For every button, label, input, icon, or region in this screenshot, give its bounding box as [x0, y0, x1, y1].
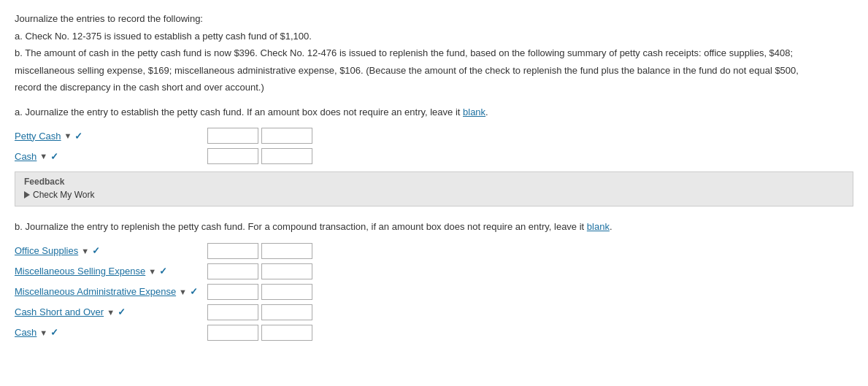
- credit-input-cash-b[interactable]: [261, 325, 312, 341]
- item-a-text: a. Check No. 12-375 is issued to establi…: [15, 29, 853, 44]
- account-wrapper-misc-admin: Miscellaneous Administrative Expense ▼ ✓: [15, 286, 204, 297]
- account-cash-b[interactable]: Cash: [15, 327, 37, 338]
- dropdown-arrow-cash-short[interactable]: ▼: [107, 308, 115, 317]
- journal-row-misc-admin: Miscellaneous Administrative Expense ▼ ✓: [15, 284, 853, 300]
- section-b-label: b. Journalize the entry to replenish the…: [15, 220, 853, 234]
- item-b-text-1: b. The amount of cash in the petty cash …: [15, 46, 853, 61]
- check-icon-misc-selling: ✓: [159, 266, 167, 277]
- debit-input-office-supplies[interactable]: [207, 243, 258, 259]
- debit-input-misc-selling[interactable]: [207, 263, 258, 279]
- debit-input-misc-admin[interactable]: [207, 284, 258, 300]
- credit-input-misc-admin[interactable]: [261, 284, 312, 300]
- intro-text: Journalize the entries to record the fol…: [15, 12, 853, 26]
- dropdown-arrow-misc-admin[interactable]: ▼: [179, 287, 187, 296]
- credit-input-cash-a[interactable]: [261, 148, 312, 164]
- check-icon-cash-b: ✓: [50, 327, 58, 338]
- credit-input-misc-selling[interactable]: [261, 263, 312, 279]
- check-my-work-label-a[interactable]: Check My Work: [33, 190, 94, 200]
- account-petty-cash[interactable]: Petty Cash: [15, 131, 61, 142]
- check-my-work-triangle-a: [24, 191, 30, 198]
- blank-link-a: blank: [463, 107, 485, 117]
- journal-row-cash-short: Cash Short and Over ▼ ✓: [15, 304, 853, 320]
- account-wrapper-cash-b: Cash ▼ ✓: [15, 327, 204, 338]
- check-icon-misc-admin: ✓: [190, 286, 198, 297]
- item-b-text-2: miscellaneous selling expense, $169; mis…: [15, 63, 853, 78]
- debit-input-cash-short[interactable]: [207, 304, 258, 320]
- check-icon-office-supplies: ✓: [92, 245, 100, 256]
- credit-input-office-supplies[interactable]: [261, 243, 312, 259]
- dropdown-arrow-cash-b[interactable]: ▼: [39, 328, 47, 337]
- check-my-work-a[interactable]: Check My Work: [24, 190, 844, 200]
- check-icon-cash-short: ✓: [118, 306, 126, 317]
- account-office-supplies[interactable]: Office Supplies: [15, 245, 78, 256]
- dropdown-arrow-misc-selling[interactable]: ▼: [148, 267, 156, 276]
- instructions-block: Journalize the entries to record the fol…: [15, 12, 853, 95]
- feedback-label-a: Feedback: [24, 177, 844, 187]
- check-icon-cash-a: ✓: [50, 151, 58, 162]
- blank-link-b: blank: [587, 221, 610, 232]
- check-icon-petty-cash: ✓: [74, 131, 82, 142]
- debit-input-cash-a[interactable]: [207, 148, 258, 164]
- section-a-label: a. Journalize the entry to establish the…: [15, 105, 853, 120]
- journal-row-office-supplies: Office Supplies ▼ ✓: [15, 243, 853, 259]
- account-wrapper-cash-short: Cash Short and Over ▼ ✓: [15, 306, 204, 317]
- account-wrapper-office-supplies: Office Supplies ▼ ✓: [15, 245, 204, 256]
- credit-input-petty-cash[interactable]: [261, 128, 312, 144]
- journal-row-misc-selling: Miscellaneous Selling Expense ▼ ✓: [15, 263, 853, 279]
- account-cash-a[interactable]: Cash: [15, 151, 37, 162]
- dropdown-arrow-petty-cash[interactable]: ▼: [64, 131, 72, 140]
- debit-input-petty-cash[interactable]: [207, 128, 258, 144]
- feedback-section-a: Feedback Check My Work: [15, 171, 853, 206]
- journal-row-petty-cash: Petty Cash ▼ ✓: [15, 128, 853, 144]
- journal-row-cash-a: Cash ▼ ✓: [15, 148, 853, 164]
- account-wrapper-petty-cash: Petty Cash ▼ ✓: [15, 131, 204, 142]
- account-wrapper-misc-selling: Miscellaneous Selling Expense ▼ ✓: [15, 266, 204, 277]
- dropdown-arrow-office-supplies[interactable]: ▼: [81, 247, 89, 255]
- account-misc-admin[interactable]: Miscellaneous Administrative Expense: [15, 286, 176, 297]
- dropdown-arrow-cash-a[interactable]: ▼: [39, 152, 47, 161]
- section-b-journal: Office Supplies ▼ ✓ Miscellaneous Sellin…: [15, 243, 853, 341]
- debit-input-cash-b[interactable]: [207, 325, 258, 341]
- account-wrapper-cash-a: Cash ▼ ✓: [15, 151, 204, 162]
- journal-row-cash-b: Cash ▼ ✓: [15, 325, 853, 341]
- account-misc-selling[interactable]: Miscellaneous Selling Expense: [15, 266, 145, 277]
- credit-input-cash-short[interactable]: [261, 304, 312, 320]
- item-b-text-3: record the discrepancy in the cash short…: [15, 80, 853, 95]
- account-cash-short[interactable]: Cash Short and Over: [15, 306, 104, 317]
- section-a-journal: Petty Cash ▼ ✓ Cash ▼ ✓: [15, 128, 853, 164]
